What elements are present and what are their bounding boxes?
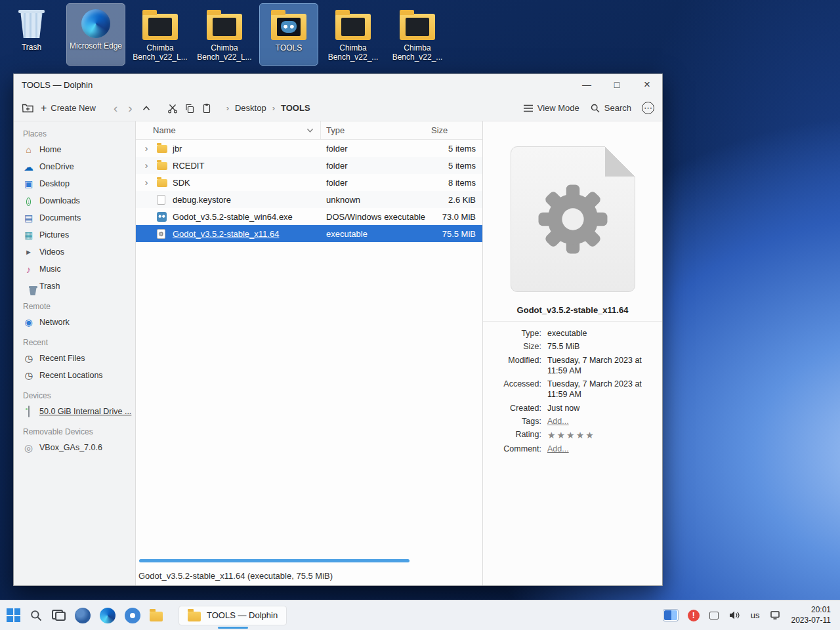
- tray-alert-icon[interactable]: !: [688, 610, 700, 621]
- tray-icon[interactable]: [709, 612, 719, 620]
- copy-icon: [184, 103, 195, 114]
- sidebar-item-home[interactable]: ⌂ Home: [23, 141, 131, 158]
- folder-icon: [142, 14, 178, 40]
- desktop-icon-trash[interactable]: Trash: [3, 4, 60, 65]
- new-folder-button[interactable]: [22, 102, 34, 114]
- add-comment-link[interactable]: Add...: [547, 444, 656, 454]
- document-icon: ▤: [23, 213, 34, 224]
- scrollbar-thumb[interactable]: [139, 559, 410, 562]
- sidebar-item-pictures[interactable]: ▦ Pictures: [23, 226, 131, 243]
- file-row-debug-keystore[interactable]: debug.keystore unknown 2.6 KiB: [136, 191, 482, 208]
- desktop-icon-chimba-2[interactable]: Chimba Bench_v22_L...: [196, 4, 253, 65]
- forward-button[interactable]: ›: [126, 103, 134, 114]
- desktop-icon-chimba-4[interactable]: Chimba Bench_v22_...: [388, 4, 446, 65]
- task-view-button[interactable]: [52, 610, 66, 621]
- sidebar-item-network[interactable]: ◉ Network: [23, 314, 131, 331]
- keyboard-layout-indicator[interactable]: us: [751, 610, 760, 620]
- file-rows: › jbr folder 5 items › RCEDIT folder 5 i…: [136, 140, 482, 555]
- section-title-places: Places: [23, 129, 131, 138]
- taskbar-app-edge[interactable]: [100, 608, 116, 623]
- section-title-removable-devices: Removable Devices: [23, 427, 131, 436]
- volume-icon[interactable]: [728, 610, 741, 620]
- tray-window-icon[interactable]: [663, 610, 678, 621]
- sidebar-item-vbox[interactable]: ◎ VBox_GAs_7.0.6: [23, 439, 131, 456]
- taskbar-app-files[interactable]: [150, 612, 163, 621]
- network-icon[interactable]: [770, 610, 782, 620]
- sidebar-item-onedrive[interactable]: ☁ OneDrive: [23, 158, 131, 175]
- file-row-godot-win64[interactable]: Godot_v3.5.2-stable_win64.exe DOS/Window…: [136, 208, 482, 225]
- desktop-icon-chimba-3[interactable]: Chimba Bench_v22_...: [324, 4, 382, 65]
- taskbar-search-button[interactable]: [30, 609, 43, 622]
- download-icon: ↓: [23, 196, 34, 207]
- detail-row-created: Created: Just now: [490, 403, 656, 413]
- executable-file-icon: [157, 229, 165, 239]
- taskbar-clock[interactable]: 20:01 2023-07-11: [791, 605, 831, 625]
- chevron-right-icon: ›: [226, 103, 229, 113]
- back-button[interactable]: ‹: [112, 103, 119, 114]
- dolphin-window: TOOLS — Dolphin — □ × + Create New ‹ ›: [13, 74, 663, 586]
- folder-godot-icon: [271, 14, 306, 40]
- search-icon: [590, 103, 600, 114]
- close-button[interactable]: ×: [632, 74, 662, 95]
- video-icon: ►: [23, 247, 34, 258]
- minimize-button[interactable]: —: [572, 74, 602, 95]
- desktop-icon-tools[interactable]: TOOLS: [260, 4, 318, 65]
- sidebar-item-internal-drive[interactable]: 50.0 GiB Internal Drive ...: [23, 403, 131, 420]
- taskbar-app-chat[interactable]: [75, 608, 91, 623]
- column-header-name[interactable]: Name: [136, 121, 321, 139]
- expander-icon[interactable]: ›: [136, 160, 157, 171]
- expander-icon[interactable]: ›: [136, 177, 157, 188]
- horizontal-scrollbar[interactable]: [136, 555, 482, 566]
- desktop-icon-label: Chimba Bench_v22_L...: [197, 43, 252, 62]
- copy-button[interactable]: [184, 103, 195, 114]
- chevron-up-icon: [141, 104, 152, 113]
- create-new-button[interactable]: + Create New: [41, 102, 96, 114]
- file-row-jbr[interactable]: › jbr folder 5 items: [136, 140, 482, 157]
- status-text: Godot_v3.5.2-stable_x11.64 (executable, …: [138, 571, 333, 581]
- sidebar-item-downloads[interactable]: ↓ Downloads: [23, 192, 131, 209]
- overflow-menu-button[interactable]: ⋯: [642, 102, 654, 114]
- search-button[interactable]: Search: [590, 103, 631, 114]
- clock-date: 2023-07-11: [791, 616, 831, 626]
- file-row-sdk[interactable]: › SDK folder 8 items: [136, 174, 482, 191]
- toolbar: + Create New ‹ › › Desktop › TOOLS View …: [14, 95, 662, 121]
- maximize-button[interactable]: □: [602, 74, 632, 95]
- titlebar[interactable]: TOOLS — Dolphin — □ ×: [14, 74, 662, 95]
- clock-icon: ◷: [23, 353, 34, 364]
- taskbar-dolphin-button[interactable]: TOOLS — Dolphin: [178, 606, 287, 625]
- taskbar-app-settings[interactable]: [125, 608, 140, 623]
- file-row-rcedit[interactable]: › RCEDIT folder 5 items: [136, 157, 482, 174]
- window-title: TOOLS — Dolphin: [22, 80, 93, 90]
- sidebar-item-music[interactable]: ♪ Music: [23, 261, 131, 278]
- column-header-type[interactable]: Type: [321, 125, 430, 135]
- add-tags-link[interactable]: Add...: [547, 416, 656, 427]
- info-filename: Godot_v3.5.2-stable_x11.64: [490, 305, 656, 315]
- view-mode-button[interactable]: View Mode: [523, 103, 579, 113]
- start-button[interactable]: [7, 608, 20, 622]
- file-row-godot-x11-selected[interactable]: Godot_v3.5.2-stable_x11.64 executable 75…: [136, 225, 482, 242]
- cut-button[interactable]: [167, 103, 178, 114]
- network-icon: ◉: [23, 317, 34, 328]
- desktop-icon-label: Chimba Bench_v22_...: [390, 43, 445, 62]
- desktop-icon-chimba-1[interactable]: Chimba Bench_v22_L...: [131, 4, 189, 65]
- sidebar-item-documents[interactable]: ▤ Documents: [23, 209, 131, 226]
- breadcrumb-item-tools[interactable]: TOOLS: [281, 103, 310, 113]
- sidebar-item-desktop[interactable]: ▣ Desktop: [23, 175, 131, 192]
- sidebar-item-recent-locations[interactable]: ◷ Recent Locations: [23, 367, 131, 384]
- plus-icon: +: [41, 102, 47, 114]
- file-preview: [511, 146, 635, 292]
- sidebar-item-videos[interactable]: ► Videos: [23, 243, 131, 261]
- search-icon: [30, 609, 43, 622]
- column-header-size[interactable]: Size: [430, 125, 482, 135]
- expander-icon[interactable]: ›: [136, 143, 157, 154]
- detail-row-type: Type: executable: [490, 328, 656, 339]
- file-icon: [157, 195, 165, 205]
- breadcrumb-item-desktop[interactable]: Desktop: [235, 103, 266, 113]
- sidebar-item-trash[interactable]: Trash: [23, 278, 131, 295]
- sidebar-item-recent-files[interactable]: ◷ Recent Files: [23, 350, 131, 367]
- up-button[interactable]: [141, 104, 152, 113]
- monitor-icon: ▣: [23, 178, 34, 190]
- desktop-icon-edge[interactable]: Microsoft Edge: [67, 4, 125, 65]
- paste-button[interactable]: [201, 103, 212, 114]
- rating-stars[interactable]: ★★★★★: [547, 429, 656, 441]
